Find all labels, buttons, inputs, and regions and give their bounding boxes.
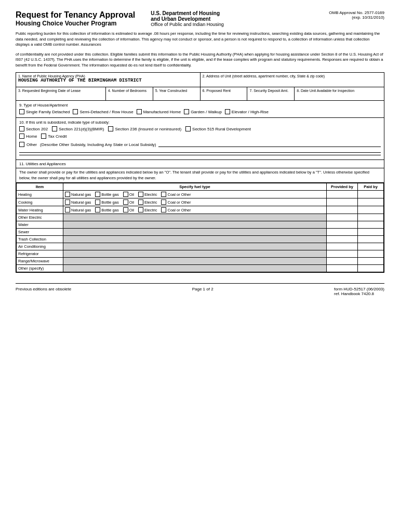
util-provided[interactable]: [327, 206, 358, 214]
fuel-checkbox[interactable]: [138, 200, 143, 205]
fuel-label: Electric: [144, 200, 157, 205]
util-item-name: Trash Collection: [17, 236, 63, 243]
util-item-name: Refrigerator: [17, 250, 63, 258]
fuel-option: Bottle gas: [95, 200, 118, 205]
util-paid[interactable]: [358, 214, 384, 221]
util-provided[interactable]: [327, 191, 358, 198]
subsidy-202-checkbox[interactable]: [19, 126, 24, 131]
subsidy-home-checkbox[interactable]: [19, 134, 24, 139]
fuel-label: Natural gas: [71, 192, 91, 197]
fuel-checkbox[interactable]: [161, 192, 166, 197]
fuel-checkbox[interactable]: [123, 207, 128, 212]
util-paid[interactable]: [358, 258, 384, 265]
utilities-table: Item Specify fuel type Provided by Paid …: [16, 183, 384, 272]
security-label: 7. Security Deposit Amt.: [249, 89, 292, 92]
fuel-option: Coal or Other: [161, 192, 191, 197]
subsidy-home: Home: [19, 134, 37, 139]
util-provided[interactable]: [327, 221, 358, 229]
subsidy-taxcredit-checkbox[interactable]: [41, 134, 46, 139]
util-fuel-cell: Natural gasBottle gasOilElectricCoal or …: [63, 198, 327, 206]
subsidy-236-checkbox[interactable]: [108, 126, 113, 131]
util-paid[interactable]: [358, 236, 384, 243]
type-semi-detached: Semi-Detached / Row House: [73, 109, 133, 114]
util-row: Water HeatingNatural gasBottle gasOilEle…: [17, 206, 384, 214]
fuel-label: Electric: [144, 208, 157, 212]
fuel-checkbox[interactable]: [65, 200, 70, 205]
fuel-option: Bottle gas: [95, 207, 118, 212]
util-item-name: Heating: [17, 191, 63, 198]
type-options-row: Single Family Detached Semi-Detached / R…: [19, 109, 381, 114]
subsidy-202-label: Section 202: [26, 127, 48, 131]
fuel-option: Coal or Other: [161, 207, 191, 212]
fuel-checkbox[interactable]: [123, 200, 128, 205]
inspection-label: 8. Date Unit Available for Inspection: [297, 89, 382, 92]
util-paid[interactable]: [358, 221, 384, 229]
util-paid[interactable]: [358, 250, 384, 258]
fuel-label: Coal or Other: [167, 208, 191, 212]
util-provided[interactable]: [327, 250, 358, 258]
rent-label: 6. Proposed Rent: [203, 89, 245, 92]
type-single-family-checkbox[interactable]: [19, 109, 24, 114]
util-provided[interactable]: [327, 214, 358, 221]
util-row: Sewer: [17, 229, 384, 236]
type-elevator-checkbox[interactable]: [225, 109, 230, 114]
util-provided[interactable]: [327, 236, 358, 243]
util-paid[interactable]: [358, 191, 384, 198]
lease-date-field: 3. Requested Beginning Date of Lease: [16, 87, 106, 100]
type-garden-checkbox[interactable]: [184, 109, 189, 114]
util-provided[interactable]: [327, 265, 358, 272]
util-fuel-cell: [63, 250, 327, 258]
fuel-checkbox[interactable]: [123, 192, 128, 197]
subsidy-221: Section 221(d)(3)(BMIR): [52, 126, 104, 131]
util-paid[interactable]: [358, 198, 384, 206]
util-provided[interactable]: [327, 243, 358, 250]
type-elevator-label: Elevator / High-Rise: [232, 110, 269, 114]
fuel-option: Electric: [138, 200, 157, 205]
pha-row: 1. Name of Public Housing Agency (PHA) H…: [16, 73, 384, 87]
utilities-header: 11. Utilities and Appliances: [16, 160, 384, 168]
footer-center: Page 1 of 2: [192, 287, 214, 296]
subsidy-row2: Home Tax Credit: [19, 134, 381, 139]
subsidy-row1: Section 202 Section 221(d)(3)(BMIR) Sect…: [19, 126, 381, 131]
pha-label: 1. Name of Public Housing Agency (PHA): [18, 74, 198, 78]
fuel-checkbox[interactable]: [95, 200, 100, 205]
util-paid[interactable]: [358, 229, 384, 236]
fuel-checkbox[interactable]: [138, 207, 143, 212]
util-provided[interactable]: [327, 258, 358, 265]
util-provided[interactable]: [327, 229, 358, 236]
fuel-label: Oil: [129, 192, 134, 197]
col-fuel: Specify fuel type: [63, 183, 327, 191]
fuel-checkbox[interactable]: [95, 192, 100, 197]
fuel-checkbox[interactable]: [65, 207, 70, 212]
omb-exp: (exp. 10/31/2010): [329, 15, 384, 20]
other-desc: (Describe Other Subsidy, Including Any S…: [40, 142, 156, 147]
subsidy-515: Section 515 Rural Development: [185, 126, 251, 131]
util-item-name: Water Heating: [17, 206, 63, 214]
util-row: Range/Microwave: [17, 258, 384, 265]
fuel-option: Oil: [123, 200, 134, 205]
subsidy-515-checkbox[interactable]: [185, 126, 191, 131]
util-fuel-cell: Natural gasBottle gasOilElectricCoal or …: [63, 191, 327, 198]
subsidy-221-checkbox[interactable]: [52, 126, 57, 131]
fuel-label: Bottle gas: [101, 208, 118, 212]
fuel-checkbox[interactable]: [138, 192, 143, 197]
util-provided[interactable]: [327, 198, 358, 206]
util-fuel-cell: Natural gasBottle gasOilElectricCoal or …: [63, 206, 327, 214]
util-row: Trash Collection: [17, 236, 384, 243]
other-checkbox[interactable]: [19, 142, 24, 147]
util-paid[interactable]: [358, 243, 384, 250]
fuel-checkbox[interactable]: [161, 207, 166, 212]
fuel-checkbox[interactable]: [95, 207, 100, 212]
fuel-checkbox[interactable]: [161, 200, 166, 205]
page-header: Request for Tenancy Approval Housing Cho…: [16, 10, 384, 27]
type-semi-detached-checkbox[interactable]: [73, 109, 78, 114]
type-section: 9. Type of House/Apartment Single Family…: [16, 101, 384, 118]
subsidy-236: Section 236 (Insured or noninsured): [108, 126, 181, 131]
type-manufactured-label: Manufactured Home: [143, 110, 181, 114]
lease-date-label: 3. Requested Beginning Date of Lease: [18, 89, 103, 92]
util-paid[interactable]: [358, 206, 384, 214]
fuel-label: Electric: [144, 192, 157, 197]
fuel-checkbox[interactable]: [65, 192, 70, 197]
util-paid[interactable]: [358, 265, 384, 272]
type-manufactured-checkbox[interactable]: [137, 109, 142, 114]
